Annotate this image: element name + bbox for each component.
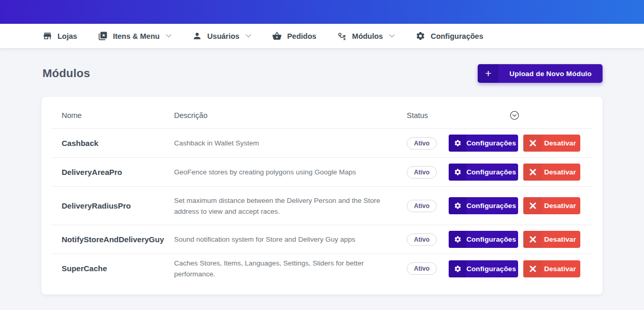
gear-icon (449, 197, 466, 214)
plus-icon: + (478, 64, 498, 83)
chevron-down-icon (166, 34, 171, 38)
toggle-all-control[interactable] (449, 110, 580, 121)
chevron-down-icon (389, 34, 395, 38)
nav-label: Módulos (352, 32, 383, 40)
x-icon (523, 231, 542, 248)
person-icon (192, 31, 202, 41)
nav-label: Pedidos (287, 32, 316, 40)
nav-item-lojas[interactable]: Lojas (42, 31, 77, 41)
module-description: Caches Stores, Items, Languages, Setting… (174, 258, 381, 279)
configure-button[interactable]: Configurações (449, 260, 518, 277)
column-header-descricao: Descrição (174, 111, 407, 120)
configure-button-label: Configurações (466, 197, 518, 214)
gear-icon (449, 231, 466, 248)
nav-label: Configurações (431, 32, 483, 40)
module-description: GeoFence stores by creating polygons usi… (174, 167, 381, 178)
column-header-status: Status (407, 111, 449, 120)
module-name: SuperCache (62, 264, 107, 273)
configure-button-label: Configurações (466, 164, 518, 181)
upload-new-module-button[interactable]: + Upload de Novo Módulo (478, 64, 603, 83)
strategy-icon (337, 31, 347, 41)
configure-button[interactable]: Configurações (449, 197, 518, 214)
module-name: DeliveryRadiusPro (62, 201, 131, 210)
upload-button-label: Upload de Novo Módulo (498, 64, 603, 83)
x-icon (523, 135, 542, 152)
deactivate-button-label: Desativar (542, 135, 580, 152)
gear-icon (449, 135, 466, 152)
nav-item-configuracoes[interactable]: Configurações (416, 31, 483, 41)
nav-label: Itens & Menu (113, 32, 160, 40)
x-icon (523, 164, 542, 181)
nav-item-usuarios[interactable]: Usuários (192, 31, 251, 41)
nav-label: Usuários (207, 32, 239, 40)
deactivate-button-label: Desativar (542, 164, 580, 181)
configure-button[interactable]: Configurações (449, 135, 518, 152)
configure-button-label: Configurações (466, 260, 518, 277)
deactivate-button-label: Desativar (542, 260, 580, 277)
deactivate-button[interactable]: Desativar (523, 197, 580, 214)
top-banner (0, 0, 644, 24)
module-description: Set maximum distance between the Deliver… (174, 195, 381, 217)
status-badge: Ativo (407, 137, 437, 150)
x-icon (523, 260, 542, 277)
module-name: Cashback (62, 139, 98, 147)
table-row: SuperCache Caches Stores, Items, Languag… (52, 254, 592, 283)
column-header-nome: Nome (52, 111, 174, 120)
nav-item-modulos[interactable]: Módulos (337, 31, 395, 41)
nav-label: Lojas (58, 32, 77, 40)
chevron-down-circle-icon (509, 110, 520, 121)
store-icon (42, 31, 52, 41)
gear-icon (449, 260, 466, 277)
nav-item-pedidos[interactable]: Pedidos (272, 31, 316, 41)
x-icon (523, 197, 542, 214)
table-row: DeliveryAreaPro GeoFence stores by creat… (52, 158, 592, 187)
table-row: NotifyStoreAndDeliveryGuy Sound notifica… (52, 225, 592, 254)
page-title: Módulos (42, 67, 90, 80)
table-header-row: Nome Descrição Status (52, 102, 592, 129)
main-navbar: Lojas Itens & Menu Usuários Pedidos Módu… (0, 24, 644, 48)
deactivate-button-label: Desativar (542, 231, 580, 248)
nav-item-itens-menu[interactable]: Itens & Menu (98, 31, 171, 41)
basket-icon (272, 31, 282, 41)
table-row: DeliveryRadiusPro Set maximum distance b… (52, 187, 592, 225)
status-badge: Ativo (407, 200, 437, 212)
module-name: DeliveryAreaPro (62, 168, 122, 176)
deactivate-button[interactable]: Desativar (523, 135, 580, 152)
configure-button-label: Configurações (466, 135, 518, 152)
configure-button-label: Configurações (466, 231, 518, 248)
modules-table-card: Nome Descrição Status Cashback Cashback … (41, 97, 603, 294)
deactivate-button[interactable]: Desativar (523, 164, 580, 181)
deactivate-button-label: Desativar (542, 197, 580, 214)
chevron-down-icon (246, 34, 251, 38)
deactivate-button[interactable]: Desativar (523, 260, 580, 277)
table-row: Cashback Cashback in Wallet System Ativo… (52, 129, 592, 158)
configure-button[interactable]: Configurações (449, 231, 518, 248)
status-badge: Ativo (407, 262, 437, 275)
page-content: Módulos + Upload de Novo Módulo Nome Des… (0, 64, 644, 294)
deactivate-button[interactable]: Desativar (523, 231, 580, 248)
status-badge: Ativo (407, 166, 437, 179)
status-badge: Ativo (407, 233, 437, 246)
module-description: Sound notification system for Store and … (174, 234, 381, 245)
gear-icon (449, 164, 466, 181)
module-name: NotifyStoreAndDeliveryGuy (62, 235, 164, 244)
configure-button[interactable]: Configurações (449, 164, 518, 181)
gear-icon (416, 31, 425, 41)
module-description: Cashback in Wallet System (174, 138, 381, 149)
collections-icon (98, 31, 108, 41)
